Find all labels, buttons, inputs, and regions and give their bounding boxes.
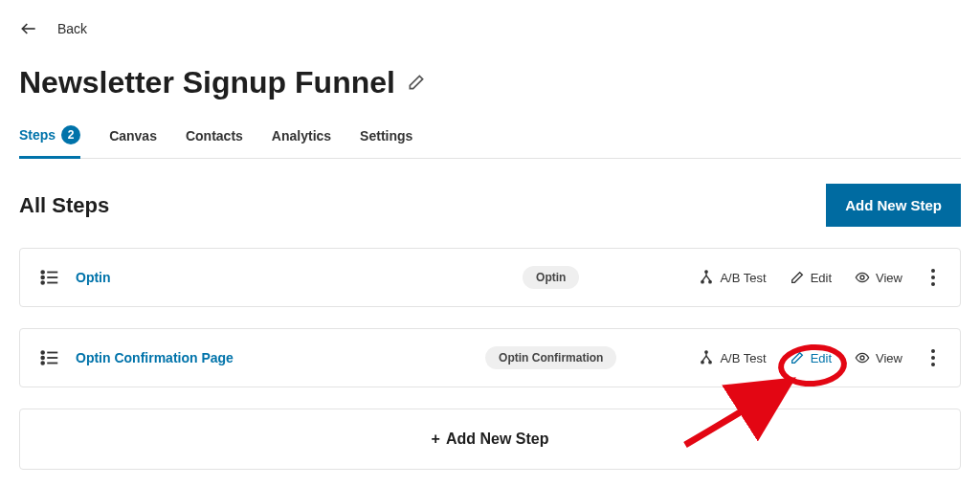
view-button[interactable]: View: [855, 350, 902, 365]
abtest-label: A/B Test: [720, 351, 766, 365]
steps-count-badge: 2: [61, 125, 80, 144]
step-row: Optin Optin A/B Test Edit View: [19, 248, 961, 307]
tab-bar: Steps 2 Canvas Contacts Analytics Settin…: [19, 125, 961, 159]
tab-steps[interactable]: Steps 2: [19, 125, 80, 159]
section-title: All Steps: [19, 193, 109, 218]
svg-point-20: [860, 356, 864, 360]
tab-canvas[interactable]: Canvas: [109, 125, 157, 158]
list-icon: [39, 347, 60, 368]
svg-point-9: [705, 271, 707, 273]
eye-icon: [855, 270, 870, 285]
svg-point-19: [705, 351, 707, 353]
pencil-icon: [790, 270, 805, 285]
add-new-step-label: Add New Step: [446, 431, 549, 448]
split-icon: [699, 350, 714, 365]
split-icon: [699, 270, 714, 285]
svg-point-15: [41, 362, 44, 364]
svg-point-11: [41, 351, 44, 354]
tab-contacts[interactable]: Contacts: [186, 125, 243, 158]
step-type-badge: Optin: [523, 266, 579, 289]
svg-point-18: [709, 361, 711, 363]
step-name-link[interactable]: Optin: [76, 270, 111, 285]
svg-point-7: [702, 280, 703, 282]
abtest-label: A/B Test: [720, 271, 766, 285]
svg-point-5: [41, 281, 44, 284]
add-new-step-button[interactable]: Add New Step: [826, 184, 961, 227]
svg-point-1: [41, 271, 44, 274]
svg-point-3: [41, 276, 44, 279]
step-type-badge: Optin Confirmation: [485, 346, 616, 369]
svg-point-8: [709, 280, 711, 282]
add-new-step-bar[interactable]: + Add New Step: [19, 409, 961, 470]
plus-icon: +: [432, 431, 440, 448]
tab-settings[interactable]: Settings: [360, 125, 412, 158]
edit-label: Edit: [811, 271, 832, 285]
view-label: View: [876, 271, 902, 285]
edit-button[interactable]: Edit: [790, 350, 832, 365]
back-arrow-icon[interactable]: [19, 19, 38, 38]
abtest-button[interactable]: A/B Test: [699, 350, 766, 365]
step-name-link[interactable]: Optin Confirmation Page: [76, 350, 234, 365]
step-row: Optin Confirmation Page Optin Confirmati…: [19, 328, 961, 387]
list-icon: [39, 267, 60, 288]
more-menu-icon[interactable]: [925, 348, 941, 367]
view-button[interactable]: View: [855, 270, 902, 285]
edit-label: Edit: [811, 351, 832, 365]
edit-button[interactable]: Edit: [790, 270, 832, 285]
pencil-icon: [790, 350, 805, 365]
tab-analytics[interactable]: Analytics: [272, 125, 331, 158]
back-button[interactable]: Back: [57, 21, 87, 36]
svg-point-17: [702, 361, 703, 363]
eye-icon: [855, 350, 870, 365]
svg-point-10: [860, 276, 864, 279]
abtest-button[interactable]: A/B Test: [699, 270, 766, 285]
svg-point-13: [41, 357, 44, 360]
page-title: Newsletter Signup Funnel: [19, 65, 395, 100]
edit-title-icon[interactable]: [407, 73, 428, 94]
more-menu-icon[interactable]: [925, 268, 941, 287]
view-label: View: [876, 351, 902, 365]
tab-steps-label: Steps: [19, 127, 56, 143]
